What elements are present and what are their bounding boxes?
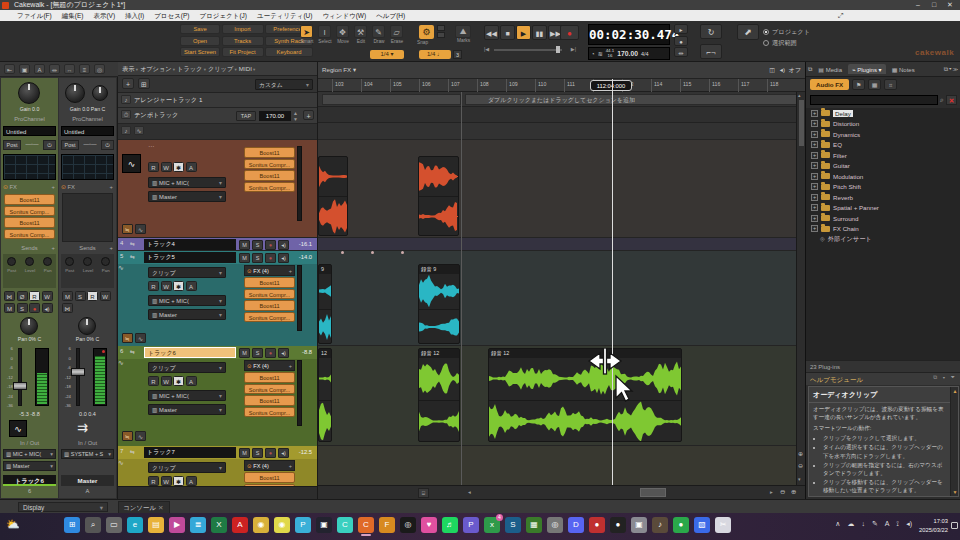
- help-module-icons[interactable]: ⧉ ▾ ⏷: [933, 374, 957, 381]
- tempo-lane[interactable]: [318, 107, 805, 123]
- clip-tab-icon[interactable]: ▣: [19, 64, 30, 74]
- tempo-tab-icon[interactable]: ⏛: [49, 64, 60, 74]
- edit-filter-select[interactable]: クリップ▾: [148, 462, 226, 473]
- strip-button[interactable]: ◂): [42, 303, 53, 313]
- menu-icon[interactable]: ≡: [79, 64, 90, 74]
- plugin-category[interactable]: +Guitar: [806, 161, 960, 172]
- send-pan-knob[interactable]: [43, 257, 52, 266]
- waveform-icon[interactable]: ∿: [9, 420, 27, 437]
- taskbar-app-spotify[interactable]: ♬: [442, 517, 458, 533]
- audio-clip[interactable]: 録音 12: [488, 348, 682, 442]
- snap-value[interactable]: 3: [453, 50, 462, 59]
- tab-plugins[interactable]: ⌁ Plugins ▾: [848, 64, 886, 74]
- fx-bin-empty[interactable]: [62, 193, 113, 242]
- track-6[interactable]: 6⇆ トラック6 M S ● ◂) -8.8 ∿ クリップ▾ RW✱A ▥ MI…: [118, 346, 318, 446]
- track-control-preset[interactable]: カスタム▾: [255, 79, 313, 90]
- strip-button[interactable]: ⋈: [4, 291, 15, 301]
- track-button[interactable]: R: [148, 476, 159, 486]
- track-button[interactable]: W: [161, 162, 172, 172]
- now-time-badge[interactable]: 112:04:000: [590, 80, 632, 91]
- tap-button[interactable]: TAP: [236, 111, 256, 121]
- swap-icon[interactable]: ↔: [64, 64, 75, 74]
- horizontal-scrollbar[interactable]: ⌸ ◂ ▸ ⊖ ⊕: [318, 485, 805, 499]
- track-7[interactable]: 7⇆ トラック7 M S ● ◂) -12.5 ∿ クリップ▾ RW✱A ⊙ F…: [118, 446, 318, 486]
- envelope-icon[interactable]: ◫: [769, 62, 775, 78]
- weather-widget[interactable]: ⛅: [6, 518, 20, 531]
- track-button[interactable]: R: [148, 281, 159, 291]
- plugin-category[interactable]: +Modulation: [806, 171, 960, 182]
- taskbar-app-video-editor[interactable]: ▣: [316, 517, 332, 533]
- taskbar-app-minecraft[interactable]: ▦: [526, 517, 542, 533]
- menu-item[interactable]: ヘルプ(H): [371, 10, 410, 21]
- mute-button[interactable]: M: [239, 253, 250, 263]
- strip-button[interactable]: S: [75, 291, 86, 301]
- scroll-lock-button[interactable]: ⌸: [418, 488, 429, 498]
- fx-plugin[interactable]: Sonitus Compr...: [244, 159, 295, 170]
- loop-button[interactable]: ↻: [700, 24, 722, 39]
- tempo-display[interactable]: 170.00: [617, 50, 638, 57]
- arrow-icon[interactable]: ▸: [674, 24, 688, 34]
- snap-resolution[interactable]: 1/4 ♩: [419, 50, 451, 59]
- volume-fader[interactable]: 60-6-12-18-24-36: [59, 346, 116, 408]
- region-fx-menu[interactable]: Region FX ▾: [322, 66, 356, 73]
- strip-button[interactable]: M: [4, 303, 15, 313]
- volume-readout[interactable]: -8.8: [302, 349, 312, 355]
- drag-handle[interactable]: ⇆: [130, 448, 135, 455]
- fx-plugin[interactable]: Boost11: [4, 194, 55, 205]
- toolbar-button[interactable]: Fit Project: [222, 47, 264, 57]
- eq-display[interactable]: [3, 154, 56, 180]
- zoom-in-icon[interactable]: ⊕: [791, 488, 796, 496]
- trackview-menu-item[interactable]: クリップ: [208, 62, 237, 75]
- pan-knob[interactable]: [78, 317, 96, 335]
- taskbar-app-dark-app[interactable]: ●: [610, 517, 626, 533]
- solo-button[interactable]: S: [252, 253, 263, 263]
- taskbar-app-start[interactable]: ⊞: [64, 517, 80, 533]
- track-5[interactable]: 5⇆ トラック5 M S ● ◂) -14.0 ∿ クリップ▾ RW✱A ▥ M…: [118, 251, 318, 346]
- output-select[interactable]: ▥ SYSTEM + S▾: [61, 449, 114, 459]
- expand-icon[interactable]: +: [811, 173, 818, 180]
- console-tab[interactable]: コンソール ✕: [118, 501, 170, 513]
- tool-resolution[interactable]: 1/4 ▾: [370, 50, 404, 59]
- taskbar-app-photos[interactable]: ▧: [694, 517, 710, 533]
- fx-plugin[interactable]: Sonitus Comp...: [4, 206, 55, 217]
- fx-rack-header[interactable]: ⊙ FX (4)+: [244, 360, 295, 371]
- taskbar-app-file-explorer[interactable]: ▤: [148, 517, 164, 533]
- taskbar-app-chrome[interactable]: ◉: [253, 517, 269, 533]
- menu-item[interactable]: 表示(V): [88, 10, 120, 21]
- track-button[interactable]: R: [148, 376, 159, 386]
- trackview-menu-item[interactable]: MIDI: [239, 62, 256, 75]
- arm-button[interactable]: ●: [265, 253, 276, 263]
- track-button[interactable]: W: [161, 281, 172, 291]
- fx-plugin[interactable]: Sonitus Compr...: [244, 312, 295, 323]
- add-tempo-button[interactable]: +: [303, 110, 314, 120]
- expand-icon[interactable]: +: [811, 110, 818, 117]
- tray-icon[interactable]: ☁: [847, 520, 854, 528]
- sort-icon[interactable]: ⚑: [852, 79, 865, 90]
- taskbar-app-audio-app[interactable]: ♪: [652, 517, 668, 533]
- scroll-up-arrow[interactable]: ▴: [798, 92, 801, 98]
- taskbar-app-red-app[interactable]: ●: [589, 517, 605, 533]
- send-slot[interactable]: PostLevelPan: [3, 254, 56, 288]
- expand-icon[interactable]: +: [811, 162, 818, 169]
- fx-plugin[interactable]: Boost11: [244, 372, 295, 383]
- plugin-category[interactable]: +FX Chain: [806, 224, 960, 235]
- automation-lane-button[interactable]: ∿: [135, 224, 146, 234]
- automation-icon[interactable]: ∿: [134, 126, 144, 135]
- send-level-knob[interactable]: [25, 257, 34, 266]
- arranger-lane[interactable]: ダブルクリックまたはドラッグしてセクションを追加: [318, 92, 805, 107]
- taskbar-app-edge[interactable]: e: [127, 517, 143, 533]
- scroll-down-arrow[interactable]: ▼: [951, 488, 959, 496]
- transport-slider[interactable]: |◀▶|: [484, 45, 576, 54]
- fx-plugin[interactable]: Sonitus Compr...: [244, 384, 295, 395]
- fader-thumb[interactable]: [71, 368, 85, 376]
- ripple-edit-state[interactable]: オフ: [788, 62, 801, 78]
- track-button[interactable]: A: [186, 376, 197, 386]
- category-label[interactable]: Spatial + Panner: [833, 204, 879, 211]
- external-insert-item[interactable]: ⎆外部インサート: [806, 234, 960, 245]
- taskbar-app-green-app[interactable]: ●: [673, 517, 689, 533]
- input-select[interactable]: ▥ MIC + MIC(▾: [148, 295, 226, 306]
- time-display[interactable]: 00:02:30.474: [588, 24, 670, 45]
- tool-button[interactable]: ISelect: [318, 25, 332, 44]
- fx-rack-header[interactable]: ⊙ FX (4)+: [244, 265, 295, 276]
- taskbar-clock[interactable]: 17:032025/03/22: [919, 517, 948, 536]
